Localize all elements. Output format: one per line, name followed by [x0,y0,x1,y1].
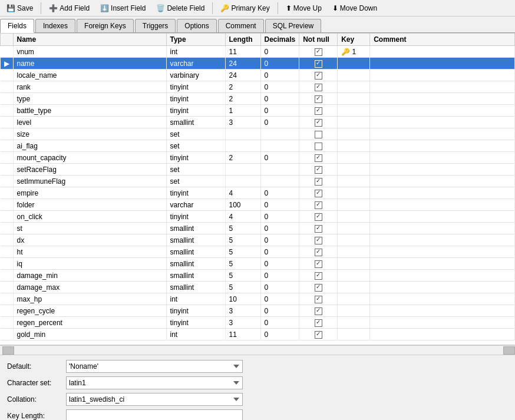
field-name: max_hp [13,293,166,305]
checked-checkbox[interactable] [315,296,322,303]
field-not-null[interactable] [299,58,338,70]
field-not-null[interactable] [299,93,338,105]
table-row[interactable]: htsmallint50 [1,246,515,258]
primary-key-button[interactable]: 🔑 Primary Key [216,2,273,14]
checked-checkbox[interactable] [315,237,322,244]
table-row[interactable]: regen_cycletinyint30 [1,305,515,317]
field-not-null[interactable] [299,81,338,93]
field-not-null[interactable] [299,199,338,211]
table-row[interactable]: regen_percenttinyint30 [1,317,515,329]
checked-checkbox[interactable] [315,307,322,315]
field-not-null[interactable] [299,164,338,176]
charset-select[interactable]: latin1 [66,376,243,389]
checked-checkbox[interactable] [315,107,322,115]
field-not-null[interactable] [299,70,338,81]
field-not-null[interactable] [299,270,338,282]
checked-checkbox[interactable] [315,249,322,256]
table-row[interactable]: dxsmallint50 [1,234,515,246]
field-comment [370,246,515,258]
tab-indexes[interactable]: Indexes [35,19,75,32]
field-not-null[interactable] [299,105,338,117]
table-row[interactable]: levelsmallint30 [1,117,515,128]
scroll-left-button[interactable] [2,346,14,355]
checked-checkbox[interactable] [315,190,322,197]
table-row[interactable]: ranktinyint20 [1,81,515,93]
fields-table-container[interactable]: Name Type Length Decimals Not null Key C… [0,33,515,345]
checked-checkbox[interactable] [315,48,322,56]
field-not-null[interactable] [299,305,338,317]
table-row[interactable]: sizeset [1,128,515,140]
checked-checkbox[interactable] [315,60,322,68]
unchecked-checkbox[interactable] [315,143,322,150]
checked-checkbox[interactable] [315,260,322,268]
table-row[interactable]: foldervarchar1000 [1,199,515,211]
table-row[interactable]: max_hpint100 [1,293,515,305]
field-not-null[interactable] [299,46,338,58]
table-row[interactable]: ▶namevarchar240 [1,58,515,70]
checked-checkbox[interactable] [315,331,322,339]
table-row[interactable]: mount_capacitytinyint20 [1,152,515,164]
field-not-null[interactable] [299,246,338,258]
table-row[interactable]: locale_namevarbinary240 [1,70,515,81]
table-row[interactable]: setImmuneFlagset [1,176,515,187]
add-field-button[interactable]: ➕ Add Field [45,2,94,14]
delete-field-button[interactable]: 🗑️ Delete Field [152,2,209,14]
insert-field-button[interactable]: ⬇️ Insert Field [96,2,150,14]
checked-checkbox[interactable] [315,201,322,209]
table-row[interactable]: stsmallint50 [1,223,515,234]
field-not-null[interactable] [299,329,338,340]
checked-checkbox[interactable] [315,95,322,103]
keylength-input[interactable] [66,409,243,420]
checked-checkbox[interactable] [315,154,322,162]
table-row[interactable]: gold_minint110 [1,329,515,340]
field-not-null[interactable] [299,140,338,152]
field-not-null[interactable] [299,211,338,223]
tab-sql-preview[interactable]: SQL Preview [265,19,322,32]
horizontal-scrollbar[interactable] [0,345,515,355]
save-button[interactable]: 💾 Save [2,2,37,14]
field-not-null[interactable] [299,128,338,140]
table-row[interactable]: vnumint110🔑 1 [1,46,515,58]
field-not-null[interactable] [299,187,338,199]
checked-checkbox[interactable] [315,72,322,80]
table-row[interactable]: damage_maxsmallint50 [1,282,515,293]
scroll-right-button[interactable] [503,346,515,355]
table-row[interactable]: empiretinyint40 [1,187,515,199]
table-row[interactable]: setRaceFlagset [1,164,515,176]
table-row[interactable]: typetinyint20 [1,93,515,105]
unchecked-checkbox[interactable] [315,131,322,138]
checked-checkbox[interactable] [315,166,322,174]
table-row[interactable]: battle_typetinyint10 [1,105,515,117]
field-not-null[interactable] [299,293,338,305]
field-not-null[interactable] [299,234,338,246]
collation-select[interactable]: latin1_swedish_ci [66,393,243,406]
table-row[interactable]: ai_flagset [1,140,515,152]
checked-checkbox[interactable] [315,178,322,186]
move-up-button[interactable]: ⬆ Move Up [282,2,326,14]
table-row[interactable]: damage_minsmallint50 [1,270,515,282]
field-not-null[interactable] [299,152,338,164]
checked-checkbox[interactable] [315,319,322,327]
row-indicator [1,187,14,199]
table-row[interactable]: iqsmallint50 [1,258,515,270]
field-not-null[interactable] [299,117,338,128]
default-select[interactable]: 'Noname' [66,360,243,373]
tab-triggers[interactable]: Triggers [135,19,176,32]
field-not-null[interactable] [299,282,338,293]
tab-foreign-keys[interactable]: Foreign Keys [77,19,134,32]
checked-checkbox[interactable] [315,284,322,292]
checked-checkbox[interactable] [315,272,322,280]
field-not-null[interactable] [299,176,338,187]
field-not-null[interactable] [299,317,338,329]
tab-options[interactable]: Options [177,19,216,32]
checked-checkbox[interactable] [315,119,322,127]
table-row[interactable]: on_clicktinyint40 [1,211,515,223]
tab-fields[interactable]: Fields [0,19,34,33]
checked-checkbox[interactable] [315,225,322,233]
move-down-button[interactable]: ⬇ Move Down [328,2,381,14]
field-not-null[interactable] [299,258,338,270]
tab-comment[interactable]: Comment [218,19,264,32]
checked-checkbox[interactable] [315,84,322,91]
checked-checkbox[interactable] [315,213,322,221]
field-not-null[interactable] [299,223,338,234]
